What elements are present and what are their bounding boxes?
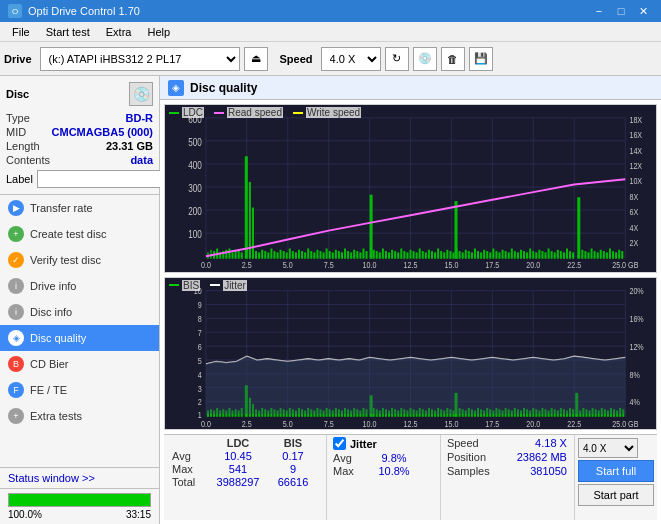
toolbar: Drive (k:) ATAPI iHBS312 2 PL17 ⏏ Speed …	[0, 42, 661, 76]
nav-item-disc-info[interactable]: i Disc info	[0, 299, 159, 325]
menu-file[interactable]: File	[4, 24, 38, 40]
svg-rect-91	[350, 252, 352, 258]
refresh-button[interactable]: ↻	[385, 47, 409, 71]
position-row-disp: Position 23862 MB	[447, 451, 568, 463]
action-speed-select[interactable]: 4.0 X	[578, 438, 638, 458]
speed-stat-label: Speed	[447, 437, 507, 449]
legend-ldc-text: LDC	[182, 107, 204, 118]
close-button[interactable]: ✕	[633, 3, 653, 19]
nav-item-disc-quality[interactable]: ◈ Disc quality	[0, 325, 159, 351]
svg-rect-63	[264, 251, 266, 259]
legend-ldc-dot	[169, 112, 179, 114]
svg-rect-138	[492, 249, 494, 259]
svg-rect-149	[526, 252, 528, 258]
svg-rect-109	[406, 252, 408, 258]
legend-write-speed-text: Write speed	[306, 107, 361, 118]
nav-item-verify-test-disc[interactable]: ✓ Verify test disc	[0, 247, 159, 273]
svg-text:20.0: 20.0	[526, 419, 540, 429]
svg-text:10.0: 10.0	[363, 419, 377, 429]
svg-rect-56	[252, 208, 254, 259]
svg-text:15.0: 15.0	[444, 419, 458, 429]
disc-type-row: Type BD-R	[6, 112, 153, 124]
svg-text:22.5: 22.5	[567, 260, 581, 270]
nav-icon-extra-tests: +	[8, 408, 24, 424]
nav-items: ▶ Transfer rate + Create test disc ✓ Ver…	[0, 195, 159, 467]
svg-rect-136	[486, 251, 488, 259]
maximize-button[interactable]: □	[611, 3, 631, 19]
nav-label-create-test-disc: Create test disc	[30, 228, 106, 240]
svg-rect-145	[514, 251, 516, 259]
position-stat-value: 23862 MB	[507, 451, 567, 463]
legend-read-speed-dot	[214, 112, 224, 114]
chart2-container: BIS Jitter	[164, 277, 657, 430]
content-title: Disc quality	[190, 81, 257, 95]
start-full-button[interactable]: Start full	[578, 460, 654, 482]
svg-rect-72	[292, 251, 294, 259]
legend-read-speed-text: Read speed	[227, 107, 283, 118]
svg-rect-82	[323, 252, 325, 258]
speed-select[interactable]: 4.0 X	[321, 47, 381, 71]
nav-item-drive-info[interactable]: i Drive info	[0, 273, 159, 299]
svg-rect-66	[273, 251, 275, 259]
svg-rect-140	[498, 252, 500, 258]
svg-rect-92	[370, 195, 373, 259]
nav-label-drive-info: Drive info	[30, 280, 76, 292]
svg-rect-114	[422, 251, 424, 259]
nav-label-cd-bier: CD Bier	[30, 358, 69, 370]
svg-text:500: 500	[188, 137, 202, 148]
svg-text:3: 3	[198, 383, 202, 393]
jitter-checkbox[interactable]	[333, 437, 346, 450]
nav-item-transfer-rate[interactable]: ▶ Transfer rate	[0, 195, 159, 221]
svg-text:10.0: 10.0	[363, 260, 377, 270]
svg-rect-110	[409, 250, 411, 259]
svg-rect-148	[523, 251, 525, 259]
start-part-button[interactable]: Start part	[578, 484, 654, 506]
progress-area: 100.0% 33:15	[0, 488, 159, 524]
svg-rect-113	[419, 249, 421, 259]
svg-rect-104	[391, 250, 393, 259]
svg-rect-96	[362, 249, 364, 259]
svg-text:5.0: 5.0	[283, 260, 293, 270]
save-button[interactable]: 💾	[469, 47, 493, 71]
stats-bis-total: 66616	[268, 476, 318, 488]
nav-item-cd-bier[interactable]: B CD Bier	[0, 351, 159, 377]
nav-icon-drive-info: i	[8, 278, 24, 294]
eject-button[interactable]: ⏏	[244, 47, 268, 71]
menu-bar: File Start test Extra Help	[0, 22, 661, 42]
erase-button[interactable]: 🗑	[441, 47, 465, 71]
nav-item-extra-tests[interactable]: + Extra tests	[0, 403, 159, 429]
menu-start-test[interactable]: Start test	[38, 24, 98, 40]
disc-length-value: 23.31 GB	[106, 140, 153, 152]
svg-rect-105	[394, 251, 396, 259]
disc-button[interactable]: 💿	[413, 47, 437, 71]
svg-rect-102	[385, 251, 387, 259]
svg-rect-106	[397, 252, 399, 258]
nav-icon-create-test-disc: +	[8, 226, 24, 242]
status-window-link[interactable]: Status window >>	[8, 472, 95, 484]
disc-label-input[interactable]	[37, 170, 170, 188]
svg-text:15.0: 15.0	[444, 260, 458, 270]
menu-help[interactable]: Help	[139, 24, 178, 40]
legend-read-speed: Read speed	[214, 107, 283, 118]
svg-rect-172	[600, 250, 602, 259]
svg-rect-167	[584, 251, 586, 259]
svg-rect-150	[529, 249, 531, 259]
svg-text:12.5: 12.5	[404, 419, 418, 429]
nav-item-fe-te[interactable]: F FE / TE	[0, 377, 159, 403]
samples-stat-label: Samples	[447, 465, 507, 477]
svg-rect-97	[365, 251, 367, 259]
nav-item-create-test-disc[interactable]: + Create test disc	[0, 221, 159, 247]
title-bar-text: Opti Drive Control 1.70	[28, 5, 140, 17]
menu-extra[interactable]: Extra	[98, 24, 140, 40]
svg-rect-115	[425, 252, 427, 258]
stats-ldc-max: 541	[208, 463, 268, 475]
disc-mid-row: MID CMCMAGBA5 (000)	[6, 126, 153, 138]
svg-text:14X: 14X	[629, 146, 642, 156]
nav-icon-disc-quality: ◈	[8, 330, 24, 346]
disc-header: Disc 💿	[6, 82, 153, 106]
minimize-button[interactable]: −	[589, 3, 609, 19]
svg-text:4X: 4X	[629, 223, 638, 233]
svg-rect-71	[289, 249, 291, 259]
drive-select[interactable]: (k:) ATAPI iHBS312 2 PL17	[40, 47, 240, 71]
svg-rect-129	[465, 250, 467, 259]
